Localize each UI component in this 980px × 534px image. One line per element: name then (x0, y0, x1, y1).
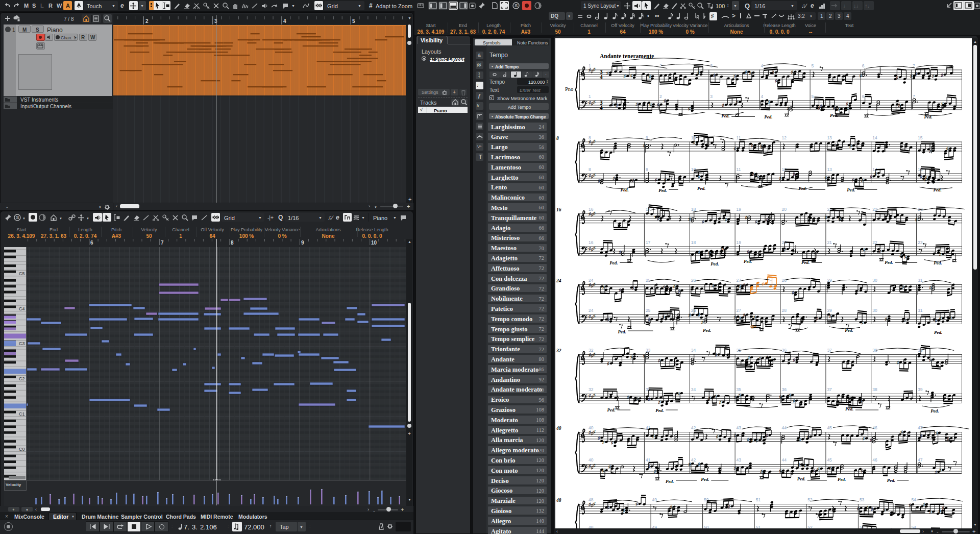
svg-text:Ped.: Ped. (609, 260, 618, 265)
svg-text:♯: ♯ (904, 254, 907, 259)
svg-text:♯: ♯ (852, 177, 854, 182)
svg-text:♯: ♯ (745, 69, 747, 75)
svg-text:8: 8 (589, 135, 591, 140)
svg-text:♯: ♯ (922, 502, 925, 507)
svg-text:Ped.: Ped. (887, 478, 895, 483)
svg-text:♯: ♯ (885, 317, 888, 322)
svg-text:Pno: Pno (565, 86, 573, 92)
svg-text:♯: ♯ (664, 98, 666, 103)
svg-text:♯: ♯ (662, 314, 665, 320)
svg-text:Ped.: Ped. (658, 188, 667, 193)
svg-text:♯: ♯ (593, 245, 596, 251)
svg-text:♯: ♯ (942, 505, 945, 511)
svg-text:C1: C1 (19, 411, 25, 417)
svg-text:Ped.: Ped. (845, 406, 853, 411)
svg-text:♯: ♯ (734, 466, 737, 471)
svg-text:Ped.: Ped. (798, 186, 806, 191)
svg-text:♯: ♯ (689, 216, 691, 222)
svg-text:♯: ♯ (635, 102, 638, 107)
svg-text:♯: ♯ (716, 434, 719, 439)
svg-text:30: 30 (872, 308, 877, 313)
svg-text:♯: ♯ (753, 314, 756, 320)
svg-text:♯: ♯ (761, 144, 763, 150)
svg-text:21: 21 (827, 207, 832, 212)
svg-text:♯: ♯ (829, 466, 831, 471)
svg-text:♯: ♯ (849, 143, 852, 149)
svg-text:♯: ♯ (779, 176, 782, 181)
svg-text:♯: ♯ (775, 78, 777, 83)
svg-text:6: 6 (862, 94, 865, 99)
svg-text:♯: ♯ (941, 101, 944, 106)
svg-text:♯: ♯ (627, 395, 629, 400)
svg-text:Andante teneramente: Andante teneramente (600, 53, 654, 59)
svg-text:♯: ♯ (793, 398, 795, 403)
svg-text:♯: ♯ (616, 103, 618, 108)
svg-text:♯: ♯ (756, 438, 758, 443)
svg-text:♯: ♯ (649, 102, 652, 107)
svg-text:♯: ♯ (803, 463, 806, 468)
svg-text:♯: ♯ (939, 508, 941, 514)
svg-text:♯: ♯ (879, 249, 881, 254)
svg-text:48: 48 (589, 497, 594, 502)
svg-text:31: 31 (918, 278, 923, 283)
svg-text:C2: C2 (19, 376, 25, 381)
svg-text:♯: ♯ (689, 462, 691, 467)
svg-text:♯: ♯ (643, 143, 646, 148)
svg-text:♯: ♯ (784, 247, 787, 252)
svg-text:♯: ♯ (734, 395, 737, 400)
svg-text:♯: ♯ (698, 462, 700, 467)
svg-text:♯: ♯ (941, 72, 943, 78)
svg-text:♯: ♯ (593, 99, 596, 105)
svg-text:♯: ♯ (624, 74, 626, 79)
svg-text:24: 24 (589, 308, 594, 313)
svg-text:♯: ♯ (602, 284, 605, 289)
svg-text:Ped.: Ped. (885, 260, 893, 265)
svg-text:♯: ♯ (766, 433, 768, 438)
svg-text:Ped.: Ped. (838, 477, 846, 482)
svg-text:♯: ♯ (789, 393, 791, 398)
svg-text:♯: ♯ (698, 312, 700, 317)
svg-text:♯: ♯ (630, 354, 633, 359)
svg-text:♯: ♯ (607, 505, 609, 510)
svg-text:32: 32 (589, 387, 594, 392)
svg-text:♯: ♯ (736, 100, 738, 105)
svg-text:18: 18 (691, 240, 696, 245)
svg-text:♯: ♯ (613, 176, 616, 181)
svg-text:♯: ♯ (747, 437, 749, 442)
svg-text:Ped.: Ped. (744, 259, 752, 264)
svg-text:51: 51 (756, 497, 761, 502)
svg-text:♯: ♯ (636, 396, 639, 401)
svg-text:♯: ♯ (751, 438, 754, 443)
svg-text:♯: ♯ (820, 104, 822, 109)
svg-text:23: 23 (918, 240, 923, 245)
svg-text:♯: ♯ (593, 501, 596, 506)
svg-text:♯: ♯ (866, 505, 869, 510)
svg-text:Ped.: Ped. (697, 186, 705, 191)
svg-text:43: 43 (737, 425, 742, 430)
svg-text:Ped.: Ped. (764, 114, 772, 119)
svg-text:♯: ♯ (925, 175, 928, 180)
svg-text:♯: ♯ (910, 74, 913, 79)
svg-text:28: 28 (782, 308, 787, 313)
svg-text:♯: ♯ (762, 281, 765, 286)
svg-text:♯: ♯ (714, 394, 717, 399)
svg-text:♯: ♯ (758, 356, 761, 361)
svg-text:44: 44 (782, 425, 787, 430)
svg-text:♯: ♯ (904, 318, 906, 323)
svg-text:♯: ♯ (607, 361, 610, 366)
svg-text:♯: ♯ (829, 313, 831, 319)
svg-text:♯: ♯ (689, 312, 691, 318)
svg-text:♯: ♯ (861, 320, 864, 325)
svg-text:♯: ♯ (719, 400, 722, 405)
svg-text:♯: ♯ (929, 357, 932, 362)
svg-text:♯: ♯ (619, 250, 621, 255)
svg-text:♯: ♯ (749, 70, 752, 76)
svg-text:♯: ♯ (863, 247, 865, 252)
svg-text:♯: ♯ (897, 360, 899, 365)
svg-text:32: 32 (589, 348, 594, 353)
svg-text:♯: ♯ (946, 146, 949, 151)
svg-text:54: 54 (911, 497, 916, 502)
svg-text:♯: ♯ (929, 509, 932, 515)
svg-text:♯: ♯ (817, 466, 820, 471)
svg-text:45: 45 (827, 425, 832, 430)
